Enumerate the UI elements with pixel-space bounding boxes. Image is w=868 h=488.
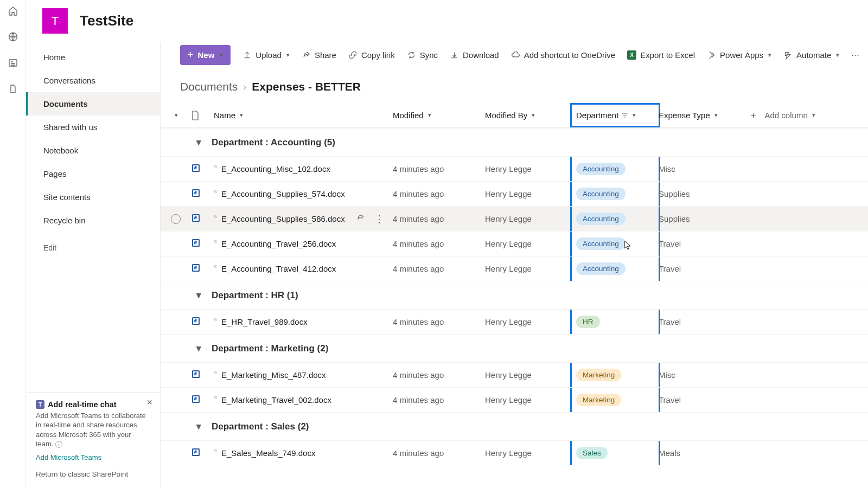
department-pill: Marketing <box>576 394 621 406</box>
site-logo[interactable]: T <box>42 8 68 34</box>
file-name[interactable]: ⎋E_Accounting_Supplies_574.docx <box>214 189 393 198</box>
nav-item-shared-with-us[interactable]: Shared with us <box>26 115 160 139</box>
close-icon[interactable]: × <box>146 397 152 408</box>
modifiedby-cell: Henry Legge <box>485 264 572 273</box>
nav-item-recycle-bin[interactable]: Recycle bin <box>26 209 160 232</box>
table-row[interactable]: ⎋E_Accounting_Misc_102.docx4 minutes ago… <box>161 156 868 181</box>
shortcut-button[interactable]: Add shortcut to OneDrive <box>511 50 615 60</box>
powerapps-button[interactable]: Power Apps▾ <box>707 50 771 60</box>
more-button[interactable]: ⋯ <box>851 50 867 60</box>
table-row[interactable]: ⎋E_Accounting_Supplies_586.docx⋮4 minute… <box>161 206 868 231</box>
news-rail-icon[interactable] <box>8 57 18 68</box>
type-header[interactable] <box>191 111 214 120</box>
file-name[interactable]: ⎋E_Accounting_Supplies_586.docx⋮ <box>214 213 393 225</box>
group-header[interactable]: ▾Department : Accounting (5) <box>161 128 868 156</box>
modifiedby-cell: Henry Legge <box>485 448 572 458</box>
command-bar: + New ▾ Upload▾ Share Copy link Sync Dow… <box>161 42 868 67</box>
classic-link[interactable]: Return to classic SharePoint <box>26 467 160 488</box>
table-row[interactable]: ⎋E_Accounting_Travel_412.docx4 minutes a… <box>161 256 868 281</box>
share-button[interactable]: Share <box>302 50 336 60</box>
file-name[interactable]: ⎋E_Marketing_Misc_487.docx <box>214 370 393 380</box>
department-cell: Accounting <box>570 182 660 206</box>
breadcrumb: Documents › Expenses - BETTER <box>161 67 868 103</box>
new-button[interactable]: + New ▾ <box>180 45 231 65</box>
home-rail-icon[interactable] <box>8 5 18 16</box>
more-icon[interactable]: ⋮ <box>374 213 384 225</box>
file-name[interactable]: ⎋E_Sales_Meals_749.docx <box>214 448 393 458</box>
file-name[interactable]: ⎋E_Accounting_Travel_256.docx <box>214 239 393 248</box>
modifiedby-header[interactable]: Modified By▾ <box>485 111 572 120</box>
chevron-down-icon: ▾ <box>220 52 223 59</box>
pin-icon: ⎋ <box>214 447 217 453</box>
expensetype-cell: Travel <box>659 395 751 404</box>
site-title[interactable]: TestSite <box>80 12 133 29</box>
nav-item-documents[interactable]: Documents <box>26 92 160 115</box>
group-title: Department : HR (1) <box>212 290 298 301</box>
side-nav: HomeConversationsDocumentsShared with us… <box>26 42 161 488</box>
table-row[interactable]: ⎋E_HR_Travel_989.docx4 minutes agoHenry … <box>161 309 868 334</box>
row-select[interactable] <box>161 214 191 224</box>
name-header[interactable]: Name▾ <box>214 111 393 120</box>
expensetype-cell: Misc <box>659 370 751 380</box>
department-cell: Accounting <box>570 157 660 181</box>
nav-item-site-contents[interactable]: Site contents <box>26 185 160 209</box>
promo-title: T Add real-time chat <box>36 400 150 409</box>
select-all-header[interactable]: ▾ <box>161 112 191 119</box>
group-header[interactable]: ▾Department : Marketing (2) <box>161 334 868 362</box>
chevron-down-icon[interactable]: ▾ <box>196 137 206 148</box>
breadcrumb-root[interactable]: Documents <box>180 80 238 93</box>
file-name[interactable]: ⎋E_Marketing_Travel_002.docx <box>214 395 393 404</box>
teams-promo: × T Add real-time chat Add Microsoft Tea… <box>26 392 160 467</box>
department-header[interactable]: Department▾ <box>570 103 660 127</box>
pin-icon: ⎋ <box>214 163 217 169</box>
file-type-icon <box>191 163 214 175</box>
expensetype-cell: Travel <box>659 264 751 273</box>
add-column-header[interactable]: + Add column▾ <box>751 111 838 120</box>
modified-cell: 4 minutes ago <box>393 189 485 198</box>
chevron-down-icon[interactable]: ▾ <box>196 290 206 301</box>
file-name[interactable]: ⎋E_Accounting_Travel_412.docx <box>214 264 393 273</box>
nav-item-pages[interactable]: Pages <box>26 162 160 185</box>
table-row[interactable]: ⎋E_Marketing_Travel_002.docx4 minutes ag… <box>161 387 868 412</box>
info-icon[interactable]: i <box>55 441 62 448</box>
file-type-icon <box>191 213 214 224</box>
promo-title-text: Add real-time chat <box>48 400 117 409</box>
modified-cell: 4 minutes ago <box>393 239 485 248</box>
share-icon[interactable] <box>356 213 365 225</box>
file-type-icon <box>191 316 214 328</box>
table-row[interactable]: ⎋E_Accounting_Supplies_574.docx4 minutes… <box>161 181 868 206</box>
nav-item-conversations[interactable]: Conversations <box>26 69 160 92</box>
upload-button[interactable]: Upload▾ <box>242 50 290 60</box>
table-row[interactable]: ⎋E_Accounting_Travel_256.docx4 minutes a… <box>161 231 868 256</box>
chevron-down-icon[interactable]: ▾ <box>196 421 206 432</box>
table-row[interactable]: ⎋E_Marketing_Misc_487.docx4 minutes agoH… <box>161 362 868 387</box>
automate-button[interactable]: Automate▾ <box>783 50 839 60</box>
modifiedby-cell: Henry Legge <box>485 164 572 174</box>
group-header[interactable]: ▾Department : Sales (2) <box>161 412 868 440</box>
modifiedby-cell: Henry Legge <box>485 214 572 223</box>
table-row[interactable]: ⎋E_Sales_Meals_749.docx4 minutes agoHenr… <box>161 440 868 465</box>
group-header[interactable]: ▾Department : HR (1) <box>161 281 868 309</box>
download-button[interactable]: Download <box>450 50 499 60</box>
nav-item-notebook[interactable]: Notebook <box>26 139 160 162</box>
pin-icon: ⎋ <box>214 369 217 375</box>
expensetype-cell: Travel <box>659 317 751 326</box>
file-type-icon <box>191 263 214 274</box>
new-label: New <box>198 50 215 60</box>
nav-edit[interactable]: Edit <box>26 236 160 259</box>
file-name[interactable]: ⎋E_HR_Travel_989.docx <box>214 317 393 326</box>
chevron-down-icon[interactable]: ▾ <box>196 343 206 354</box>
nav-item-home[interactable]: Home <box>26 46 160 69</box>
modified-header[interactable]: Modified▾ <box>393 111 485 120</box>
globe-rail-icon[interactable] <box>8 31 18 42</box>
file-name[interactable]: ⎋E_Accounting_Misc_102.docx <box>214 164 393 174</box>
department-cell: Accounting <box>570 207 660 231</box>
files-rail-icon[interactable] <box>8 84 18 94</box>
sync-button[interactable]: Sync <box>407 50 438 60</box>
copylink-button[interactable]: Copy link <box>348 50 395 60</box>
expensetype-header[interactable]: Expense Type▾ <box>659 111 751 120</box>
department-cell: Sales <box>570 441 660 465</box>
expensetype-cell: Supplies <box>659 189 751 198</box>
export-button[interactable]: XExport to Excel <box>627 50 695 60</box>
add-teams-link[interactable]: Add Microsoft Teams <box>36 453 150 461</box>
